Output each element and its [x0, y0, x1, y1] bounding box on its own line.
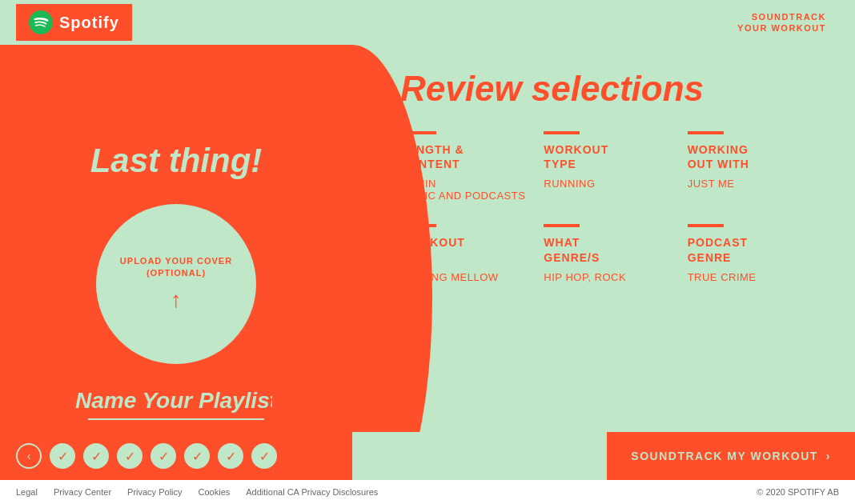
spotify-name: Spotify	[59, 14, 119, 32]
review-item-1: WORKOUTTYPERUNNING	[544, 131, 671, 202]
review-item-5: PODCASTGENRETRUE CRIME	[688, 224, 815, 282]
playlist-underline	[88, 418, 264, 420]
review-item-label-4: WHATGENRE/S	[544, 235, 671, 264]
review-item-label-2: WORKINGOUT WITH	[688, 142, 815, 171]
footer: LegalPrivacy CenterPrivacy PolicyCookies…	[0, 480, 855, 504]
back-button[interactable]: ‹	[16, 443, 42, 469]
review-item-value-1: RUNNING	[544, 178, 671, 190]
header-right: SOUNDTRACKYOUR WORKOUT	[725, 5, 839, 41]
review-item-4: WHATGENRE/SHIP HOP, ROCK	[544, 224, 671, 282]
left-title: Last thing!	[90, 142, 263, 180]
spotify-logo: Spotify	[29, 10, 119, 34]
review-item-value-4: HIP HOP, ROCK	[544, 271, 671, 283]
playlist-name-label: Name Your Playlist	[75, 388, 277, 414]
review-item-value-5: TRUE CRIME	[688, 271, 815, 283]
footer-link-2[interactable]: Privacy Policy	[127, 487, 182, 497]
review-item-value-2: JUST ME	[688, 178, 815, 190]
step-dot-5[interactable]: ✓	[184, 443, 210, 469]
review-item-2: WORKINGOUT WITHJUST ME	[688, 131, 815, 202]
review-item-label-1: WORKOUTTYPE	[544, 142, 671, 171]
cta-button[interactable]: SOUNDTRACK MY WORKOUT ›	[607, 432, 855, 480]
step-dot-3[interactable]: ✓	[117, 443, 142, 469]
page-wrapper: Spotify SOUNDTRACKYOUR WORKOUT Last thin…	[0, 0, 855, 504]
review-title: Review selections	[400, 69, 815, 109]
cta-label: SOUNDTRACK MY WORKOUT	[631, 450, 817, 462]
step-dot-1[interactable]: ✓	[50, 443, 75, 469]
bottom-bar: ‹ ✓ ✓ ✓ ✓ ✓ ✓ ✓ SOUNDTRACK MY WORKOUT ›	[0, 432, 855, 480]
header-left: Spotify	[16, 4, 132, 41]
review-item-bar-2	[688, 131, 724, 134]
spotify-icon	[29, 10, 53, 34]
review-item-bar-1	[544, 131, 580, 134]
footer-link-4[interactable]: Additional CA Privacy Disclosures	[246, 487, 378, 497]
review-item-label-5: PODCASTGENRE	[688, 235, 815, 264]
footer-copyright: © 2020 SPOTIFY AB	[757, 487, 839, 497]
step-dot-7[interactable]: ✓	[251, 443, 277, 469]
footer-link-3[interactable]: Cookies	[199, 487, 231, 497]
review-item-bar-5	[688, 224, 724, 227]
header: Spotify SOUNDTRACKYOUR WORKOUT	[0, 0, 855, 45]
step-dot-6[interactable]: ✓	[218, 443, 243, 469]
step-dot-2[interactable]: ✓	[83, 443, 109, 469]
footer-link-1[interactable]: Privacy Center	[54, 487, 111, 497]
step-dot-4[interactable]: ✓	[151, 443, 176, 469]
upload-circle[interactable]: UPLOAD YOUR COVER(OPTIONAL) ↑	[96, 204, 256, 364]
upload-arrow-icon: ↑	[171, 287, 182, 313]
footer-links: LegalPrivacy CenterPrivacy PolicyCookies…	[16, 487, 378, 497]
cta-arrow-icon: ›	[826, 450, 831, 462]
footer-link-0[interactable]: Legal	[16, 487, 38, 497]
review-item-bar-4	[544, 224, 580, 227]
header-tagline: SOUNDTRACKYOUR WORKOUT	[737, 11, 826, 34]
review-grid: LENGTH &CONTENT15 MINMUSIC AND PODCASTSW…	[400, 131, 815, 283]
bottom-left: ‹ ✓ ✓ ✓ ✓ ✓ ✓ ✓	[0, 432, 352, 480]
upload-label: UPLOAD YOUR COVER(OPTIONAL)	[120, 255, 232, 280]
bottom-right: SOUNDTRACK MY WORKOUT ›	[352, 432, 855, 480]
